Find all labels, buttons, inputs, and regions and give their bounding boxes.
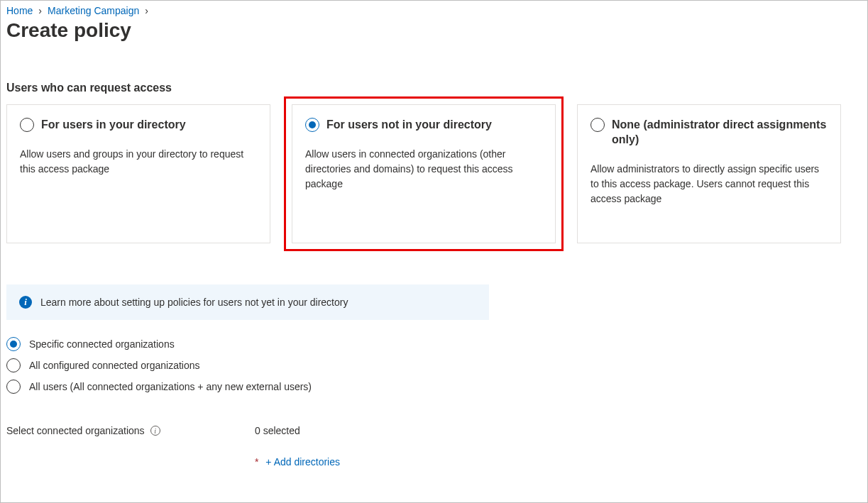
info-icon: i — [19, 296, 32, 309]
radio-label: Specific connected organizations — [29, 338, 175, 350]
radio-icon[interactable] — [6, 380, 21, 394]
card-title: None (administrator direct assignments o… — [612, 118, 828, 148]
chevron-right-icon: › — [145, 5, 148, 16]
radio-icon[interactable] — [590, 118, 605, 132]
request-cards: For users in your directory Allow users … — [6, 104, 862, 243]
radio-icon[interactable] — [305, 118, 319, 132]
connected-orgs-count: 0 selected — [255, 425, 300, 436]
required-asterisk: * — [255, 456, 258, 468]
radio-icon[interactable] — [20, 118, 34, 132]
info-banner-text: Learn more about setting up policies for… — [40, 297, 348, 308]
card-desc: Allow users in connected organizations (… — [305, 147, 542, 192]
info-banner[interactable]: i Learn more about setting up policies f… — [6, 284, 489, 320]
card-title: For users in your directory — [41, 118, 186, 133]
section-users-who-can-request: Users who can request access — [6, 82, 862, 94]
card-desc: Allow users and groups in your directory… — [20, 147, 257, 177]
breadcrumb: Home › Marketing Campaign › — [6, 4, 862, 18]
page-title: Create policy — [6, 19, 862, 42]
card-users-in-directory[interactable]: For users in your directory Allow users … — [6, 104, 270, 243]
scope-all-users[interactable]: All users (All connected organizations +… — [6, 380, 862, 394]
card-none-admin-only[interactable]: None (administrator direct assignments o… — [577, 104, 841, 243]
breadcrumb-campaign[interactable]: Marketing Campaign — [48, 5, 139, 16]
radio-label: All users (All connected organizations +… — [29, 381, 312, 392]
scope-specific-connected-orgs[interactable]: Specific connected organizations — [6, 337, 862, 351]
radio-label: All configured connected organizations — [29, 360, 200, 371]
card-desc: Allow administrators to directly assign … — [590, 162, 828, 206]
help-icon[interactable]: i — [150, 426, 160, 436]
breadcrumb-home[interactable]: Home — [6, 5, 33, 16]
connected-orgs-label: Select connected organizations i — [6, 425, 255, 436]
card-users-not-in-directory[interactable]: For users not in your directory Allow us… — [292, 104, 556, 243]
card-title: For users not in your directory — [326, 118, 492, 133]
add-directories-link[interactable]: + Add directories — [265, 456, 340, 468]
scope-all-configured-connected-orgs[interactable]: All configured connected organizations — [6, 358, 862, 372]
radio-icon[interactable] — [6, 337, 21, 351]
radio-icon[interactable] — [6, 358, 21, 372]
chevron-right-icon: › — [38, 5, 42, 16]
scope-radio-group: Specific connected organizations All con… — [6, 337, 862, 394]
